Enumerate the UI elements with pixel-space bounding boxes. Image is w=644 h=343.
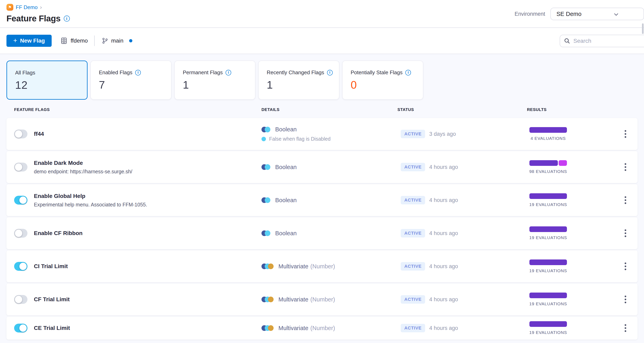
filter-card-label: Enabled Flags bbox=[99, 70, 132, 76]
row-menu-button[interactable] bbox=[622, 293, 629, 306]
filter-card-all-flags[interactable]: All Flagsi 12 bbox=[6, 60, 88, 100]
last-updated: 3 days ago bbox=[429, 131, 456, 137]
info-icon[interactable]: i bbox=[327, 70, 333, 76]
filter-card-permanent-flags[interactable]: Permanent Flagsi 1 bbox=[174, 60, 256, 100]
breadcrumb-project-link[interactable]: FF Demo bbox=[16, 4, 38, 10]
flag-toggle[interactable] bbox=[14, 162, 28, 172]
scrollbar-thumb[interactable] bbox=[642, 24, 644, 34]
environment-value: SE Demo bbox=[556, 11, 582, 17]
status-badge: ACTIVE bbox=[401, 324, 425, 332]
row-menu-button[interactable] bbox=[622, 260, 629, 272]
toggle-knob bbox=[14, 229, 22, 237]
repository-selector[interactable]: ffdemo bbox=[60, 37, 88, 44]
variation-type-icon bbox=[262, 296, 274, 302]
git-branch-icon bbox=[102, 38, 108, 44]
last-updated: 4 hours ago bbox=[429, 197, 458, 204]
flag-name: CE Trial Limit bbox=[34, 325, 70, 331]
feature-flags-module-icon: ⚑ bbox=[6, 4, 13, 11]
variation-type-icon bbox=[262, 264, 274, 269]
branch-name: main bbox=[111, 38, 124, 44]
flag-toggle[interactable] bbox=[14, 229, 28, 238]
repository-icon bbox=[60, 37, 68, 44]
column-header-results: RESULTS bbox=[519, 107, 578, 112]
evaluations-bar bbox=[530, 127, 567, 133]
flag-kind: Boolean bbox=[275, 164, 296, 170]
flag-name: Enable CF Ribbon bbox=[34, 230, 82, 236]
toggle-knob bbox=[14, 163, 22, 171]
column-header-feature-flags: FEATURE FLAGS bbox=[14, 107, 262, 112]
evaluations-bar bbox=[530, 292, 567, 298]
page-header: ⚑ FF Demo › Feature Flags i Environment … bbox=[0, 0, 644, 28]
flag-row-enable-dark-mode[interactable]: Enable Dark Mode demo endpoint: https://… bbox=[6, 151, 638, 183]
flag-row-enable-global-help[interactable]: Enable Global Help Experimental help men… bbox=[6, 184, 638, 216]
variation-type-icon bbox=[262, 230, 270, 236]
last-updated: 4 hours ago bbox=[429, 296, 458, 303]
environment-select[interactable]: SE Demo bbox=[550, 8, 644, 20]
info-icon[interactable]: i bbox=[226, 70, 231, 76]
flag-row-ci-trial-limit[interactable]: CI Trial Limit Multivariate (Number) ACT… bbox=[6, 250, 638, 282]
feature-flags-page: ⚑ FF Demo › Feature Flags i Environment … bbox=[0, 0, 644, 343]
row-menu-button[interactable] bbox=[622, 227, 629, 240]
filter-card-enabled-flags[interactable]: Enabled Flagsi 7 bbox=[90, 60, 172, 100]
new-flag-label: New Flag bbox=[20, 38, 45, 44]
chevron-down-icon bbox=[614, 12, 618, 17]
column-header-details: DETAILS bbox=[262, 107, 398, 112]
new-flag-button[interactable]: + New Flag bbox=[6, 35, 52, 47]
filter-card-label: Permanent Flags bbox=[183, 70, 223, 76]
evaluations-count: 19 EVALUATIONS bbox=[519, 202, 578, 207]
page-title: Feature Flags bbox=[6, 14, 60, 24]
filter-card-label: Recently Changed Flags bbox=[267, 70, 324, 76]
flag-name: Enable Dark Mode bbox=[34, 160, 132, 166]
environment-label: Environment bbox=[514, 11, 545, 17]
title-info-icon[interactable]: i bbox=[64, 16, 70, 22]
flag-kind-detail: (Number) bbox=[310, 296, 335, 303]
filter-card-value: 7 bbox=[99, 78, 171, 91]
evaluations-bar bbox=[530, 226, 567, 232]
flag-toggle[interactable] bbox=[14, 262, 28, 271]
flag-row-ce-trial-limit[interactable]: CE Trial Limit Multivariate (Number) ACT… bbox=[6, 316, 638, 340]
evaluations-count: 19 EVALUATIONS bbox=[519, 330, 578, 335]
repository-name: ffdemo bbox=[70, 38, 88, 44]
flag-toggle[interactable] bbox=[14, 324, 28, 332]
flag-toggle[interactable] bbox=[14, 196, 28, 204]
last-updated: 4 hours ago bbox=[429, 230, 458, 236]
toggle-knob bbox=[19, 262, 27, 270]
search-icon bbox=[564, 38, 570, 44]
search-box bbox=[560, 35, 644, 47]
flag-kind: Boolean bbox=[275, 230, 296, 237]
row-menu-button[interactable] bbox=[622, 128, 629, 140]
status-badge: ACTIVE bbox=[401, 229, 425, 238]
row-menu-button[interactable] bbox=[622, 322, 629, 334]
filter-card-recently-changed-flags[interactable]: Recently Changed Flagsi 1 bbox=[258, 60, 339, 100]
flag-kind-detail: (Number) bbox=[310, 263, 335, 270]
column-header-status: STATUS bbox=[398, 107, 519, 112]
variation-type-icon bbox=[262, 127, 270, 132]
filter-card-value: 12 bbox=[15, 79, 87, 91]
info-icon[interactable]: i bbox=[135, 70, 141, 76]
flag-row-ff44[interactable]: ff44 Boolean False when flag is Disabled… bbox=[6, 118, 638, 150]
toolbar: + New Flag ffdemo main bbox=[0, 28, 644, 54]
filter-card-potentially-stale-flags[interactable]: Potentially Stale Flagsi 0 bbox=[342, 60, 423, 100]
filter-card-value: 1 bbox=[183, 78, 255, 91]
flag-row-enable-cf-ribbon[interactable]: Enable CF Ribbon Boolean ACTIVE 4 hours … bbox=[6, 217, 638, 249]
branch-selector[interactable]: main bbox=[102, 38, 132, 44]
status-badge: ACTIVE bbox=[401, 262, 425, 270]
flag-toggle[interactable] bbox=[14, 130, 28, 138]
flag-row-cf-trial-limit[interactable]: CF Trial Limit Multivariate (Number) ACT… bbox=[6, 284, 638, 315]
variation-type-icon bbox=[262, 164, 270, 170]
evaluations-count: 98 EVALUATIONS bbox=[519, 169, 578, 174]
evaluations-count: 19 EVALUATIONS bbox=[519, 235, 578, 240]
variation-dot-icon bbox=[262, 137, 266, 141]
search-input[interactable] bbox=[574, 38, 634, 44]
info-icon[interactable]: i bbox=[405, 70, 411, 76]
row-menu-button[interactable] bbox=[622, 161, 629, 173]
flag-toggle[interactable] bbox=[14, 295, 28, 304]
filter-card-label: All Flags bbox=[15, 70, 35, 76]
last-updated: 4 hours ago bbox=[429, 263, 458, 270]
branch-status-dot bbox=[129, 39, 132, 42]
variation-type-icon bbox=[262, 197, 270, 203]
flag-kind: Multivariate bbox=[278, 296, 308, 303]
toggle-knob bbox=[19, 324, 27, 332]
row-menu-button[interactable] bbox=[622, 194, 629, 206]
filter-card-value: 0 bbox=[351, 78, 423, 91]
